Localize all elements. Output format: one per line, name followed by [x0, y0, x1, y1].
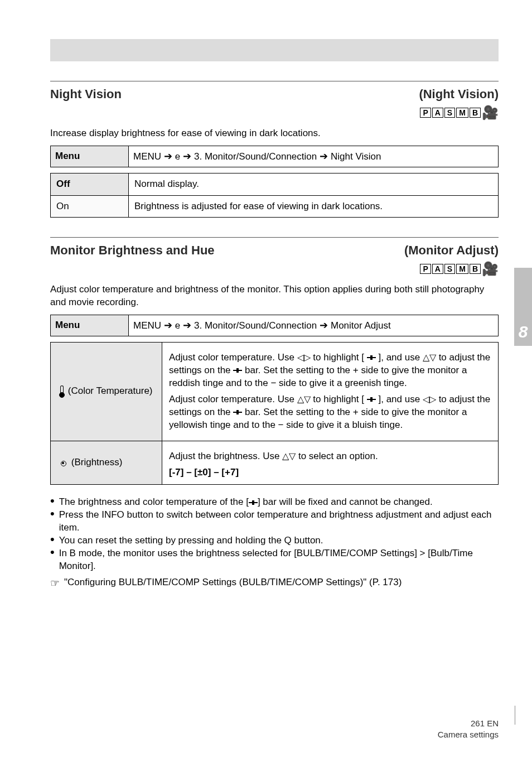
section-right-label: (Monitor Adjust): [404, 242, 499, 259]
option-brightness: (Brightness): [51, 441, 162, 485]
page-footer: 261 EN Camera settings: [438, 718, 499, 741]
t: to highlight [: [313, 394, 364, 404]
reference-icon: ☞: [50, 576, 60, 591]
mode-p: P: [420, 264, 431, 274]
menu-label-cell: Menu: [51, 146, 129, 167]
section-rule: [50, 237, 499, 238]
arrow-up-down-icon: △▽: [297, 394, 311, 404]
mode-pasm-icons: P A S M B 🎥: [420, 106, 499, 119]
footer-divider: [515, 706, 515, 725]
option-color-temp-desc: Adjust color temperature. Use ◁▷ to high…: [162, 342, 499, 441]
movie-icon: 🎥: [482, 262, 499, 276]
menu-path-table: Menu MENU ➔ e ➔ 3. Monitor/Sound/Connect…: [50, 146, 499, 167]
option-on-desc: Brightness is adjusted for ease of viewi…: [129, 195, 499, 218]
t: to highlight [: [313, 352, 364, 363]
t: to select an option.: [298, 451, 378, 461]
t: Adjust color temperature. Use: [169, 394, 297, 404]
mode-pasm-icons: P A S M B 🎥: [420, 262, 499, 276]
section1-description: Increase display brightness for ease of …: [50, 127, 499, 140]
menu-step: MENU: [133, 320, 161, 331]
mode-b: B: [470, 264, 481, 274]
arrow-up-down-icon: △▽: [423, 353, 436, 362]
mode-s: S: [444, 108, 455, 118]
menu-step: e: [175, 151, 180, 162]
arrow-right-icon: ➔: [164, 320, 175, 331]
section-title: Night Vision: [50, 86, 122, 103]
arrow-right-icon: ➔: [320, 320, 331, 331]
menu-step: MENU: [133, 151, 161, 162]
reference-text: "Configuring BULB/TIME/COMP Settings (BU…: [64, 576, 402, 589]
t: ], and use: [379, 394, 423, 404]
menu-step: 3. Monitor/Sound/Connection: [194, 151, 317, 162]
options-table-monitor: (Color Temperature) Adjust color tempera…: [50, 342, 499, 485]
menu-step: e: [175, 320, 180, 331]
section-right-label: (Night Vision): [419, 86, 499, 103]
slider-icon: [233, 411, 242, 414]
section2-description: Adjust color temperature and brightness …: [50, 283, 499, 309]
brightness-icon: [57, 457, 69, 469]
movie-icon: 🎥: [482, 106, 499, 119]
note-1: The brightness and color temperature of …: [59, 496, 499, 509]
section-title: Monitor Brightness and Hue: [50, 242, 215, 259]
pasm-row: P A S M B 🎥: [50, 105, 499, 119]
cross-reference: ☞ "Configuring BULB/TIME/COMP Settings (…: [50, 576, 499, 591]
color-temp-label: (Color Temperature): [68, 385, 153, 396]
arrow-up-down-icon: △▽: [282, 451, 296, 461]
arrow-right-icon: ➔: [164, 151, 175, 162]
mode-p: P: [420, 108, 431, 118]
section-head-monitor: Monitor Brightness and Hue (Monitor Adju…: [50, 242, 499, 259]
section-right: (Monitor Adjust): [404, 242, 499, 259]
mode-m: M: [456, 264, 468, 274]
chapter-side-tab: 8: [514, 268, 532, 346]
menu-label-cell: Menu: [51, 315, 129, 336]
menu-step: Monitor Adjust: [331, 320, 391, 331]
mode-m: M: [456, 108, 468, 118]
notes-block: • The brightness and color temperature o…: [50, 496, 499, 590]
mode-a: A: [432, 108, 443, 118]
section-right: (Night Vision): [419, 86, 499, 103]
option-brightness-desc: Adjust the brightness. Use △▽ to select …: [162, 441, 499, 485]
bullet-icon: •: [50, 495, 55, 507]
t: The brightness and color temperature of …: [59, 496, 249, 507]
section-head-night-vision: Night Vision (Night Vision): [50, 86, 499, 103]
options-table-nv: Off Normal display. On Brightness is adj…: [50, 173, 499, 218]
menu-step: 3. Monitor/Sound/Connection: [194, 320, 317, 331]
option-color-temp: (Color Temperature): [51, 342, 162, 441]
slider-icon: [249, 501, 258, 504]
note-2: Press the INFO button to switch between …: [59, 509, 499, 534]
t: Adjust the brightness. Use: [169, 451, 282, 461]
section-rule: [50, 81, 499, 81]
thermometer-icon: [57, 385, 65, 398]
brightness-range: [-7] – [±0] – [+7]: [169, 466, 491, 479]
option-off: Off: [51, 173, 129, 195]
menu-path-cell: MENU ➔ e ➔ 3. Monitor/Sound/Connection ➔…: [129, 146, 499, 167]
arrow-right-icon: ➔: [183, 320, 194, 331]
bullet-icon: •: [50, 546, 55, 558]
arrow-right-icon: ➔: [183, 151, 194, 162]
menu-path-table-2: Menu MENU ➔ e ➔ 3. Monitor/Sound/Connect…: [50, 315, 499, 336]
slider-icon: [367, 398, 376, 401]
chapter-number: 8: [514, 321, 532, 344]
arrow-left-right-icon: ◁▷: [423, 394, 436, 404]
slider-icon: [367, 356, 376, 359]
mode-a: A: [432, 264, 443, 274]
menu-step: Night Vision: [331, 151, 381, 162]
mode-s: S: [444, 264, 455, 274]
arrow-right-icon: ➔: [320, 151, 331, 162]
arrow-left-right-icon: ◁▷: [297, 353, 311, 362]
slider-icon: [233, 369, 242, 372]
bullet-icon: •: [50, 508, 55, 520]
bullet-icon: •: [50, 533, 55, 546]
brightness-label: (Brightness): [71, 457, 123, 467]
t: ], and use: [379, 352, 423, 363]
menu-title-band: [50, 39, 499, 61]
pasm-row: P A S M B 🎥: [50, 261, 499, 276]
note-4: In B mode, the monitor uses the brightne…: [59, 547, 499, 573]
option-off-desc: Normal display.: [129, 173, 499, 195]
menu-path-cell: MENU ➔ e ➔ 3. Monitor/Sound/Connection ➔…: [129, 315, 499, 336]
t: ] bar will be fixed and cannot be change…: [258, 496, 433, 507]
t: Adjust color temperature. Use: [169, 352, 297, 363]
note-3: You can reset the setting by pressing an…: [59, 534, 499, 547]
option-on: On: [51, 195, 129, 218]
mode-b: B: [470, 108, 481, 118]
